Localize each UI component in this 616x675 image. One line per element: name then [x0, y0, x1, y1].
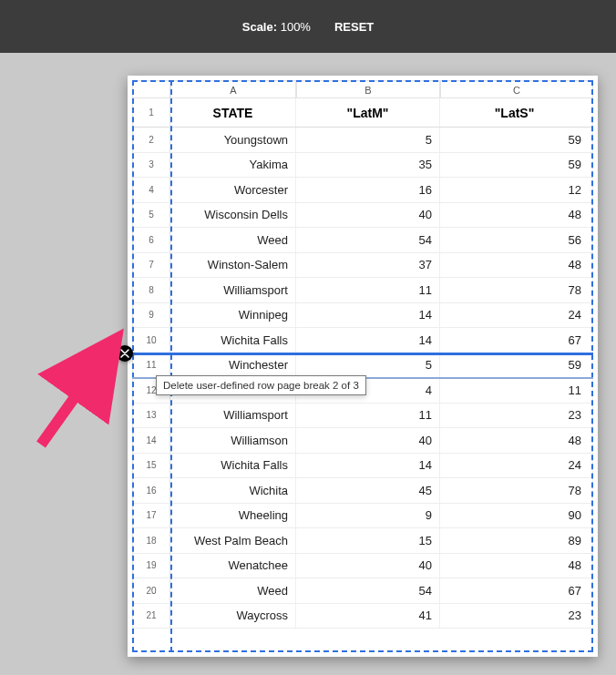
toolbar: Scale: 100% RESET — [0, 0, 616, 53]
cell-state[interactable]: Worcester — [170, 178, 296, 202]
row-header[interactable]: 4 — [132, 178, 170, 202]
cell-lats[interactable]: 48 — [440, 428, 593, 453]
cell-lats[interactable]: 67 — [440, 328, 593, 353]
cell-state[interactable]: Wheeling — [170, 504, 296, 528]
cell-latm[interactable]: 37 — [296, 253, 440, 278]
cell-latm[interactable]: 40 — [296, 428, 440, 453]
row-header[interactable]: 21 — [132, 604, 170, 629]
cell-state[interactable]: Wichita — [170, 478, 296, 503]
cell-state[interactable]: Wisconsin Dells — [170, 203, 296, 228]
column-header-C[interactable]: C — [440, 80, 593, 98]
cell-lats[interactable]: "LatS" — [440, 98, 593, 127]
cell-state[interactable]: Winchester — [170, 353, 296, 378]
cell-latm[interactable]: 14 — [296, 454, 440, 478]
close-icon — [120, 349, 129, 358]
reset-button[interactable]: RESET — [334, 20, 374, 34]
scale-control[interactable]: Scale: 100% — [242, 20, 311, 34]
select-all-corner[interactable] — [132, 80, 170, 98]
page-break-left[interactable] — [132, 80, 134, 652]
cell-state[interactable]: Wichita Falls — [170, 328, 296, 353]
cell-state[interactable]: Winnipeg — [170, 303, 296, 328]
page-break-top[interactable] — [132, 80, 593, 82]
cell-latm[interactable]: 45 — [296, 478, 440, 503]
row-header[interactable]: 19 — [132, 554, 170, 578]
cell-latm[interactable]: 9 — [296, 504, 440, 528]
cell-latm[interactable]: 14 — [296, 303, 440, 328]
print-page: A B C 1STATE"LatM""LatS"2Youngstown5593Y… — [128, 76, 598, 657]
cell-state[interactable]: Wichita Falls — [170, 454, 296, 478]
cell-state[interactable]: Weed — [170, 578, 296, 603]
row-header[interactable]: 15 — [132, 454, 170, 478]
page-break-right[interactable] — [591, 80, 593, 652]
cell-state[interactable]: Williamsport — [170, 404, 296, 428]
row-header[interactable]: 9 — [132, 303, 170, 328]
cell-latm[interactable]: 40 — [296, 554, 440, 578]
cell-latm[interactable]: 14 — [296, 328, 440, 353]
row-header[interactable]: 5 — [132, 203, 170, 228]
cell-lats[interactable]: 89 — [440, 528, 593, 553]
cell-state[interactable]: STATE — [170, 98, 296, 127]
cell-lats[interactable]: 90 — [440, 504, 593, 528]
row-header[interactable]: 11 — [132, 353, 170, 378]
cell-lats[interactable]: 11 — [440, 378, 593, 403]
row-header[interactable]: 1 — [132, 98, 170, 127]
cell-latm[interactable]: 41 — [296, 604, 440, 629]
cell-state[interactable]: Waycross — [170, 604, 296, 629]
table-row: 2Youngstown559 — [132, 128, 593, 153]
cell-state[interactable]: Weed — [170, 228, 296, 252]
cell-lats[interactable]: 48 — [440, 253, 593, 278]
cell-latm[interactable]: 54 — [296, 228, 440, 252]
row-header[interactable]: 17 — [132, 504, 170, 528]
row-header[interactable]: 20 — [132, 578, 170, 603]
row-header[interactable]: 10 — [132, 328, 170, 353]
cell-state[interactable]: Williamson — [170, 428, 296, 453]
cell-state[interactable]: Williamsport — [170, 278, 296, 302]
cell-latm[interactable]: 15 — [296, 528, 440, 553]
cell-lats[interactable]: 67 — [440, 578, 593, 603]
cell-latm[interactable]: 11 — [296, 404, 440, 428]
cell-latm[interactable]: 5 — [296, 353, 440, 378]
cell-lats[interactable]: 56 — [440, 228, 593, 252]
cell-state[interactable]: Youngstown — [170, 128, 296, 152]
cell-latm[interactable]: 54 — [296, 578, 440, 603]
row-page-break-2[interactable] — [132, 353, 593, 355]
cell-latm[interactable]: 16 — [296, 178, 440, 202]
cell-lats[interactable]: 48 — [440, 203, 593, 228]
cell-lats[interactable]: 24 — [440, 454, 593, 478]
cell-latm[interactable]: 35 — [296, 153, 440, 178]
delete-row-break-button[interactable] — [117, 345, 133, 362]
cell-lats[interactable]: 23 — [440, 404, 593, 428]
column-header-A[interactable]: A — [170, 80, 296, 98]
cell-state[interactable]: Wenatchee — [170, 554, 296, 578]
cell-state[interactable]: West Palm Beach — [170, 528, 296, 553]
cell-lats[interactable]: 23 — [440, 604, 593, 629]
cell-lats[interactable]: 12 — [440, 178, 593, 202]
cell-lats[interactable]: 59 — [440, 153, 593, 178]
cell-lats[interactable]: 48 — [440, 554, 593, 578]
row-header[interactable]: 3 — [132, 153, 170, 178]
table-row: 15Wichita Falls1424 — [132, 454, 593, 479]
page-break-bottom[interactable] — [132, 650, 593, 652]
page-break-after-rowhdr[interactable] — [170, 80, 172, 652]
row-header[interactable]: 2 — [132, 128, 170, 152]
cell-lats[interactable]: 78 — [440, 278, 593, 302]
cell-latm[interactable]: 11 — [296, 278, 440, 302]
cell-latm[interactable]: 5 — [296, 128, 440, 152]
cell-state[interactable]: Yakima — [170, 153, 296, 178]
column-header-B[interactable]: B — [296, 80, 440, 98]
cell-lats[interactable]: 59 — [440, 353, 593, 378]
row-header[interactable]: 8 — [132, 278, 170, 302]
cell-lats[interactable]: 59 — [440, 128, 593, 152]
row-header[interactable]: 16 — [132, 478, 170, 503]
cell-lats[interactable]: 78 — [440, 478, 593, 503]
row-header[interactable]: 7 — [132, 253, 170, 278]
table-row: 17Wheeling990 — [132, 504, 593, 529]
cell-state[interactable]: Winston-Salem — [170, 253, 296, 278]
cell-latm[interactable]: "LatM" — [296, 98, 440, 127]
cell-lats[interactable]: 24 — [440, 303, 593, 328]
row-header[interactable]: 14 — [132, 428, 170, 453]
cell-latm[interactable]: 40 — [296, 203, 440, 228]
row-header[interactable]: 6 — [132, 228, 170, 252]
row-header[interactable]: 13 — [132, 404, 170, 428]
row-header[interactable]: 18 — [132, 528, 170, 553]
